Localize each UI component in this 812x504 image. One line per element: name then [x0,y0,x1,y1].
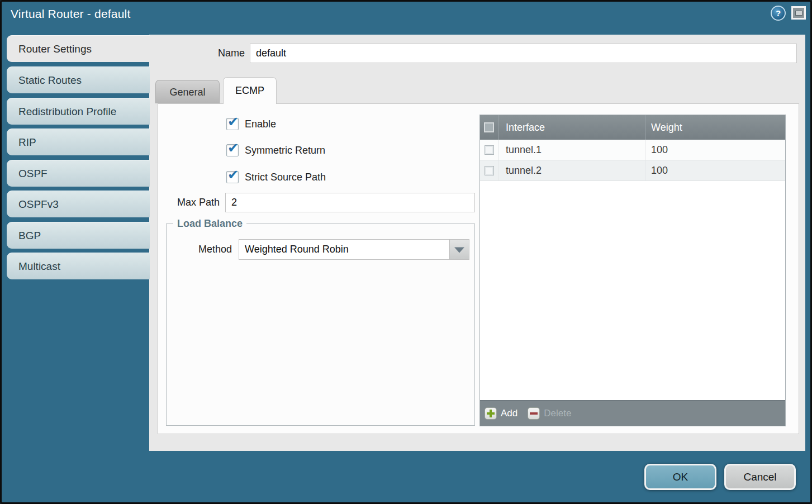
table-empty-area [480,181,785,400]
virtual-router-dialog: Virtual Router - default ? Router Settin… [0,0,812,504]
row-checkbox-cell [480,140,498,160]
header-checkbox-cell [480,115,498,140]
dialog-title: Virtual Router - default [11,7,131,21]
enable-label: Enable [245,118,276,130]
symmetric-return-checkbox[interactable]: ✔ [226,144,239,156]
method-label: Method [170,239,232,260]
strict-source-path-label: Strict Source Path [245,171,326,183]
sidebar-item-ospf[interactable]: OSPF [7,160,150,187]
sidebar-item-bgp[interactable]: BGP [7,222,150,249]
select-all-checkbox[interactable] [484,122,494,132]
table-row[interactable]: tunnel.1 100 [480,140,785,160]
interface-cell: tunnel.1 [498,140,645,160]
method-value: Weighted Round Robin [245,240,349,259]
max-path-label: Max Path [158,193,220,212]
tab-ecmp[interactable]: ECMP [223,77,277,104]
max-path-input[interactable] [225,193,475,212]
tab-general[interactable]: General [155,80,220,103]
delete-button[interactable]: Delete [528,407,571,420]
enable-checkbox[interactable]: ✔ [226,118,239,130]
name-label: Name [184,44,245,63]
restore-window-icon[interactable] [791,6,806,20]
sidebar-item-redistribution-profile[interactable]: Redistribution Profile [7,98,150,125]
check-icon: ✔ [227,114,239,130]
row-checkbox[interactable] [485,166,494,175]
delete-label: Delete [544,408,571,419]
sidebar-item-multicast[interactable]: Multicast [7,253,150,279]
row-checkbox-cell [480,160,498,180]
sidebar-item-rip[interactable]: RIP [7,129,150,155]
chevron-down-icon[interactable] [449,240,469,259]
row-checkbox[interactable] [485,145,494,155]
interface-table: Interface Weight tunnel.1 100 tunnel.2 1… [479,115,786,426]
symmetric-return-label: Symmetric Return [245,144,325,156]
load-balance-legend: Load Balance [173,218,246,230]
weight-cell: 100 [645,140,785,160]
ok-button[interactable]: OK [644,464,716,490]
name-input[interactable] [250,44,797,63]
table-footer: Add Delete [480,400,785,426]
plus-icon [485,407,497,420]
sidebar-item-static-routes[interactable]: Static Routes [7,66,150,93]
interface-column-header: Interface [498,115,645,140]
add-button[interactable]: Add [485,407,517,420]
weight-column-header: Weight [645,115,785,140]
check-icon: ✔ [227,140,239,156]
add-label: Add [501,408,517,419]
strict-source-path-checkbox[interactable]: ✔ [226,171,239,183]
table-header: Interface Weight [480,115,785,140]
method-dropdown[interactable]: Weighted Round Robin [239,239,469,260]
interface-cell: tunnel.2 [498,160,645,180]
help-icon[interactable]: ? [771,6,786,21]
sidebar-item-ospfv3[interactable]: OSPFv3 [7,191,150,217]
sidebar-item-router-settings[interactable]: Router Settings [7,35,150,62]
check-icon: ✔ [227,167,239,183]
weight-cell: 100 [645,160,785,180]
minus-icon [528,407,540,420]
cancel-button[interactable]: Cancel [724,464,796,490]
table-row[interactable]: tunnel.2 100 [480,160,785,181]
